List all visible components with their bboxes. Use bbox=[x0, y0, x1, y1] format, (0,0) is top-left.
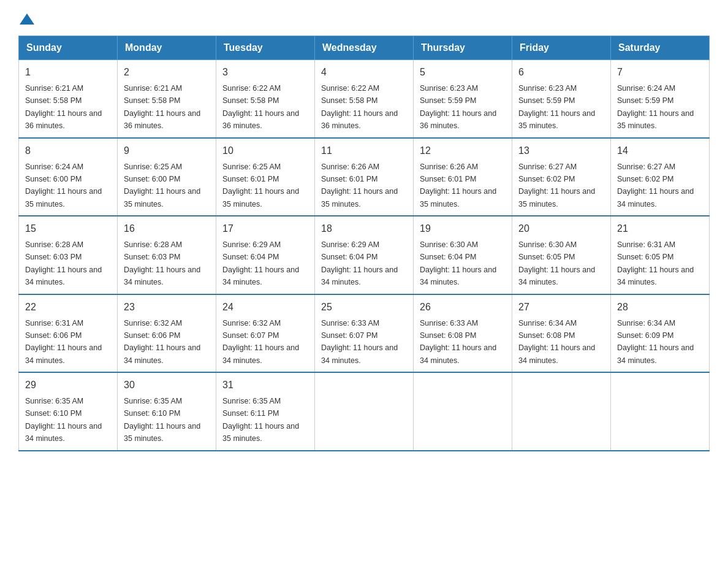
day-number: 12 bbox=[420, 144, 506, 158]
calendar-cell: 27 Sunrise: 6:34 AM Sunset: 6:08 PM Dayl… bbox=[512, 294, 611, 373]
calendar-week-row: 22 Sunrise: 6:31 AM Sunset: 6:06 PM Dayl… bbox=[19, 294, 710, 373]
weekday-header-wednesday: Wednesday bbox=[315, 36, 414, 60]
day-info: Sunrise: 6:21 AM Sunset: 5:58 PM Dayligh… bbox=[25, 84, 102, 130]
calendar-cell: 6 Sunrise: 6:23 AM Sunset: 5:59 PM Dayli… bbox=[512, 60, 611, 138]
day-info: Sunrise: 6:30 AM Sunset: 6:04 PM Dayligh… bbox=[420, 240, 496, 286]
day-info: Sunrise: 6:29 AM Sunset: 6:04 PM Dayligh… bbox=[222, 240, 299, 286]
day-number: 14 bbox=[617, 144, 703, 158]
weekday-header-saturday: Saturday bbox=[611, 36, 710, 60]
day-number: 16 bbox=[124, 221, 210, 236]
calendar-cell: 19 Sunrise: 6:30 AM Sunset: 6:04 PM Dayl… bbox=[414, 216, 512, 294]
calendar-header: SundayMondayTuesdayWednesdayThursdayFrid… bbox=[19, 36, 710, 60]
calendar-cell: 12 Sunrise: 6:26 AM Sunset: 6:01 PM Dayl… bbox=[414, 138, 512, 216]
calendar-cell: 1 Sunrise: 6:21 AM Sunset: 5:58 PM Dayli… bbox=[19, 60, 118, 138]
calendar-week-row: 29 Sunrise: 6:35 AM Sunset: 6:10 PM Dayl… bbox=[19, 372, 710, 451]
calendar-cell: 17 Sunrise: 6:29 AM Sunset: 6:04 PM Dayl… bbox=[216, 216, 315, 294]
day-info: Sunrise: 6:25 AM Sunset: 6:00 PM Dayligh… bbox=[124, 163, 200, 209]
day-info: Sunrise: 6:27 AM Sunset: 6:02 PM Dayligh… bbox=[617, 163, 694, 209]
weekday-header-tuesday: Tuesday bbox=[216, 36, 315, 60]
day-info: Sunrise: 6:27 AM Sunset: 6:02 PM Dayligh… bbox=[518, 163, 595, 209]
calendar-cell: 31 Sunrise: 6:35 AM Sunset: 6:11 PM Dayl… bbox=[216, 372, 315, 451]
day-info: Sunrise: 6:35 AM Sunset: 6:10 PM Dayligh… bbox=[124, 397, 200, 443]
calendar-cell: 8 Sunrise: 6:24 AM Sunset: 6:00 PM Dayli… bbox=[19, 138, 118, 216]
day-number: 24 bbox=[222, 300, 308, 315]
day-number: 8 bbox=[25, 144, 111, 158]
weekday-header-thursday: Thursday bbox=[414, 36, 512, 60]
day-info: Sunrise: 6:35 AM Sunset: 6:10 PM Dayligh… bbox=[25, 397, 102, 443]
day-info: Sunrise: 6:30 AM Sunset: 6:05 PM Dayligh… bbox=[518, 240, 595, 286]
day-number: 2 bbox=[124, 65, 210, 80]
calendar-cell: 10 Sunrise: 6:25 AM Sunset: 6:01 PM Dayl… bbox=[216, 138, 315, 216]
day-number: 18 bbox=[321, 221, 407, 236]
day-number: 30 bbox=[124, 378, 210, 393]
calendar-week-row: 15 Sunrise: 6:28 AM Sunset: 6:03 PM Dayl… bbox=[19, 216, 710, 294]
weekday-header-friday: Friday bbox=[512, 36, 611, 60]
day-number: 9 bbox=[124, 144, 210, 158]
calendar-cell: 21 Sunrise: 6:31 AM Sunset: 6:05 PM Dayl… bbox=[611, 216, 710, 294]
day-info: Sunrise: 6:26 AM Sunset: 6:01 PM Dayligh… bbox=[321, 163, 398, 209]
logo-text bbox=[18, 12, 36, 26]
day-info: Sunrise: 6:29 AM Sunset: 6:04 PM Dayligh… bbox=[321, 240, 398, 286]
day-number: 15 bbox=[25, 221, 111, 236]
calendar-cell: 28 Sunrise: 6:34 AM Sunset: 6:09 PM Dayl… bbox=[611, 294, 710, 373]
calendar-cell: 13 Sunrise: 6:27 AM Sunset: 6:02 PM Dayl… bbox=[512, 138, 611, 216]
calendar-cell: 11 Sunrise: 6:26 AM Sunset: 6:01 PM Dayl… bbox=[315, 138, 414, 216]
weekday-header-sunday: Sunday bbox=[19, 36, 118, 60]
calendar-week-row: 1 Sunrise: 6:21 AM Sunset: 5:58 PM Dayli… bbox=[19, 60, 710, 138]
logo-triangle-icon bbox=[18, 12, 36, 26]
day-number: 1 bbox=[25, 65, 111, 80]
calendar-cell bbox=[414, 372, 512, 451]
svg-marker-0 bbox=[20, 13, 34, 25]
calendar-cell: 9 Sunrise: 6:25 AM Sunset: 6:00 PM Dayli… bbox=[118, 138, 216, 216]
day-number: 11 bbox=[321, 144, 407, 158]
calendar-cell: 5 Sunrise: 6:23 AM Sunset: 5:59 PM Dayli… bbox=[414, 60, 512, 138]
calendar-body: 1 Sunrise: 6:21 AM Sunset: 5:58 PM Dayli… bbox=[19, 60, 710, 451]
calendar-cell: 2 Sunrise: 6:21 AM Sunset: 5:58 PM Dayli… bbox=[118, 60, 216, 138]
day-number: 29 bbox=[25, 378, 111, 393]
day-number: 28 bbox=[617, 300, 703, 315]
day-number: 5 bbox=[420, 65, 506, 80]
day-info: Sunrise: 6:28 AM Sunset: 6:03 PM Dayligh… bbox=[25, 240, 102, 286]
calendar-cell: 14 Sunrise: 6:27 AM Sunset: 6:02 PM Dayl… bbox=[611, 138, 710, 216]
day-number: 20 bbox=[518, 221, 604, 236]
day-info: Sunrise: 6:23 AM Sunset: 5:59 PM Dayligh… bbox=[518, 84, 595, 130]
day-number: 17 bbox=[222, 221, 308, 236]
calendar-cell bbox=[315, 372, 414, 451]
day-number: 21 bbox=[617, 221, 703, 236]
day-info: Sunrise: 6:31 AM Sunset: 6:06 PM Dayligh… bbox=[25, 319, 102, 365]
day-number: 3 bbox=[222, 65, 308, 80]
day-info: Sunrise: 6:34 AM Sunset: 6:08 PM Dayligh… bbox=[518, 319, 595, 365]
day-info: Sunrise: 6:22 AM Sunset: 5:58 PM Dayligh… bbox=[222, 84, 299, 130]
calendar-cell bbox=[611, 372, 710, 451]
logo bbox=[18, 12, 36, 23]
calendar-cell: 26 Sunrise: 6:33 AM Sunset: 6:08 PM Dayl… bbox=[414, 294, 512, 373]
calendar-cell: 3 Sunrise: 6:22 AM Sunset: 5:58 PM Dayli… bbox=[216, 60, 315, 138]
calendar-cell: 4 Sunrise: 6:22 AM Sunset: 5:58 PM Dayli… bbox=[315, 60, 414, 138]
day-number: 6 bbox=[518, 65, 604, 80]
day-number: 7 bbox=[617, 65, 703, 80]
calendar-cell: 16 Sunrise: 6:28 AM Sunset: 6:03 PM Dayl… bbox=[118, 216, 216, 294]
calendar-cell: 30 Sunrise: 6:35 AM Sunset: 6:10 PM Dayl… bbox=[118, 372, 216, 451]
day-number: 26 bbox=[420, 300, 506, 315]
day-info: Sunrise: 6:31 AM Sunset: 6:05 PM Dayligh… bbox=[617, 240, 694, 286]
day-number: 31 bbox=[222, 378, 308, 393]
calendar-cell: 25 Sunrise: 6:33 AM Sunset: 6:07 PM Dayl… bbox=[315, 294, 414, 373]
day-info: Sunrise: 6:25 AM Sunset: 6:01 PM Dayligh… bbox=[222, 163, 299, 209]
day-info: Sunrise: 6:34 AM Sunset: 6:09 PM Dayligh… bbox=[617, 319, 694, 365]
day-info: Sunrise: 6:28 AM Sunset: 6:03 PM Dayligh… bbox=[124, 240, 200, 286]
day-number: 4 bbox=[321, 65, 407, 80]
calendar-cell: 15 Sunrise: 6:28 AM Sunset: 6:03 PM Dayl… bbox=[19, 216, 118, 294]
weekday-header-row: SundayMondayTuesdayWednesdayThursdayFrid… bbox=[19, 36, 710, 60]
day-info: Sunrise: 6:35 AM Sunset: 6:11 PM Dayligh… bbox=[222, 397, 299, 443]
day-info: Sunrise: 6:21 AM Sunset: 5:58 PM Dayligh… bbox=[124, 84, 200, 130]
calendar-week-row: 8 Sunrise: 6:24 AM Sunset: 6:00 PM Dayli… bbox=[19, 138, 710, 216]
day-info: Sunrise: 6:23 AM Sunset: 5:59 PM Dayligh… bbox=[420, 84, 496, 130]
day-info: Sunrise: 6:32 AM Sunset: 6:07 PM Dayligh… bbox=[222, 319, 299, 365]
day-info: Sunrise: 6:24 AM Sunset: 6:00 PM Dayligh… bbox=[25, 163, 102, 209]
calendar-cell bbox=[512, 372, 611, 451]
day-number: 22 bbox=[25, 300, 111, 315]
calendar-cell: 22 Sunrise: 6:31 AM Sunset: 6:06 PM Dayl… bbox=[19, 294, 118, 373]
calendar-table: SundayMondayTuesdayWednesdayThursdayFrid… bbox=[18, 36, 710, 451]
calendar-cell: 29 Sunrise: 6:35 AM Sunset: 6:10 PM Dayl… bbox=[19, 372, 118, 451]
day-number: 13 bbox=[518, 144, 604, 158]
